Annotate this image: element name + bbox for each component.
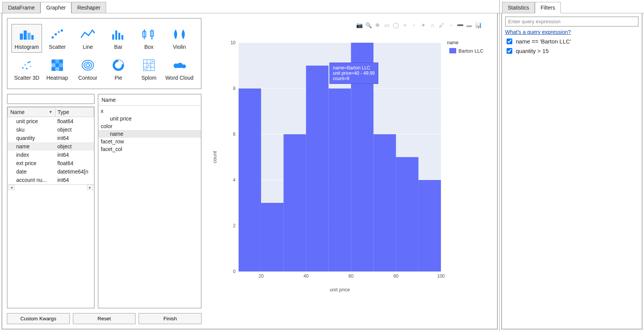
filter-item[interactable]: quantity > 15 [505,46,639,56]
slot-color-value[interactable]: name [98,130,201,138]
filter-checkbox[interactable] [507,39,512,44]
svg-text:Barton LLC: Barton LLC [458,48,484,54]
right-tabstrip: StatisticsFilters [500,0,644,13]
query-expression-input[interactable] [505,16,639,27]
svg-point-42 [145,69,146,70]
svg-point-43 [148,65,150,66]
modebar-home-icon[interactable]: ⌂ [429,22,436,28]
modebar-camera-icon[interactable]: 📷 [356,22,362,28]
chart-type-violin[interactable]: Violin [164,24,195,53]
histogram-bar[interactable] [418,180,441,272]
main-tabstrip: DataFrameGrapherReshaper [0,0,499,13]
slot-facet_row[interactable]: facet_row [98,138,201,145]
column-row[interactable]: indexint64 [8,151,94,159]
svg-rect-65 [449,48,456,53]
modebar-zoomout-icon[interactable]: － [411,22,417,28]
tab-dataframe[interactable]: DataFrame [2,2,40,13]
hscrollbar[interactable]: ◄► [8,184,94,190]
column-row[interactable]: unit pricefloat64 [8,117,94,125]
column-row[interactable]: datedatetime64[n [8,167,94,176]
svg-rect-31 [55,67,59,71]
tab-grapher[interactable]: Grapher [40,2,71,13]
box-icon [134,27,164,42]
histogram-bar[interactable] [329,88,351,272]
tab-filters[interactable]: Filters [535,2,561,13]
tab-reshaper[interactable]: Reshaper [71,2,106,13]
column-row[interactable]: nameobject [8,142,94,151]
svg-text:8: 8 [233,86,236,91]
chart-type-line[interactable]: Line [73,24,103,53]
modebar-plotly-icon[interactable]: 📊 [475,22,481,28]
histogram-bar[interactable] [261,203,284,272]
svg-rect-28 [55,63,59,67]
chart-type-wordcloud[interactable]: Word Cloud [164,55,195,84]
chart-type-pie[interactable]: Pie [103,55,134,84]
modebar-lasso-icon[interactable]: ◯ [393,22,399,28]
modebar-autoscale-icon[interactable]: ✶ [420,22,426,28]
modebar-stylus-icon[interactable]: 🖊 [439,22,445,28]
chart-panel: 📷🔍✥▭◯＋－✶⌂🖊→➖▬📊 246810020406080100unit pr… [206,18,492,324]
svg-text:6: 6 [233,132,236,137]
modebar-select-icon[interactable]: ▭ [384,22,390,28]
modebar-zoomin-icon[interactable]: ＋ [402,22,408,28]
dropzone-panel[interactable]: Name xunit pricecolornamefacet_rowfacet_… [98,94,202,309]
slot-color[interactable]: color [98,122,201,130]
filter-text: name == 'Barton LLC' [516,38,571,45]
svg-point-22 [26,68,27,69]
tab-statistics[interactable]: Statistics [502,2,535,13]
histogram-bar[interactable] [396,157,418,272]
histogram-bar[interactable] [284,134,306,272]
chart-type-scatter3d[interactable]: Scatter 3D [11,55,42,84]
violin-icon [165,27,194,42]
query-help-link[interactable]: What's a query expression? [505,29,571,35]
svg-point-5 [55,33,57,35]
modebar-zoom-icon[interactable]: 🔍 [365,22,371,28]
modebar-minus-icon[interactable]: ➖ [457,22,463,28]
svg-point-6 [58,31,60,33]
svg-rect-3 [31,35,34,40]
modebar-arrow-icon[interactable]: → [448,22,454,28]
column-row[interactable]: quantityint64 [8,134,94,142]
histogram-bar[interactable] [239,88,261,272]
slot-x[interactable]: x [98,107,201,115]
chart-type-splom[interactable]: Splom [134,55,164,84]
chart-type-box[interactable]: Box [134,24,164,53]
chart-type-contour[interactable]: Contour [73,55,103,84]
chart-type-bar[interactable]: Bar [103,24,134,53]
custom-kwargs-button[interactable]: Custom Kwargs [7,313,70,324]
pie-icon [103,58,133,73]
svg-point-4 [52,36,54,39]
chart-type-histogram[interactable]: Histogram [11,24,42,53]
column-search-input[interactable] [7,94,95,104]
histogram-bar[interactable] [373,134,396,272]
columns-grid[interactable]: Name▼ Type unit pricefloat64skuobjectqua… [7,106,95,309]
svg-point-20 [27,62,29,63]
column-row[interactable]: skuobject [8,125,94,134]
svg-point-35 [86,64,90,67]
svg-text:0: 0 [233,269,236,274]
svg-rect-9 [115,31,117,40]
col-header-name[interactable]: Name [10,109,24,115]
svg-rect-25 [55,59,59,63]
modebar-bars-icon[interactable]: ▬ [466,22,472,28]
svg-rect-2 [27,33,31,40]
finish-button[interactable]: Finish [139,313,202,324]
histogram-bar[interactable] [306,66,329,272]
filter-item[interactable]: name == 'Barton LLC' [505,37,639,46]
reset-button[interactable]: Reset [73,313,136,324]
svg-text:40: 40 [303,273,309,279]
modebar-pan-icon[interactable]: ✥ [374,22,381,28]
slot-x-value[interactable]: unit price [98,115,201,122]
filter-checkbox[interactable] [507,48,512,54]
bar-icon [103,27,133,42]
chart-type-scatter[interactable]: Scatter [42,24,73,53]
svg-rect-11 [121,35,123,40]
col-header-type[interactable]: Type [58,109,69,115]
svg-text:100: 100 [437,273,445,279]
slot-facet_col[interactable]: facet_col [98,145,201,153]
column-row[interactable]: ext pricefloat64 [8,159,94,167]
chart-type-heatmap[interactable]: Heatmap [42,55,73,84]
heatmap-icon [42,58,72,73]
svg-text:4: 4 [233,177,236,183]
column-row[interactable]: account nu...int64 [8,176,94,184]
